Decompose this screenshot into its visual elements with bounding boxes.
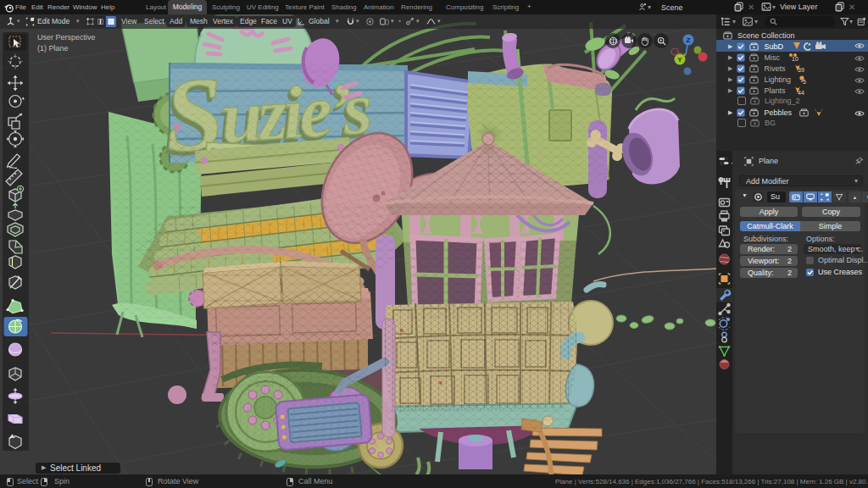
- svg-text:Y: Y: [677, 56, 682, 64]
- svg-text:5: 5: [803, 79, 806, 85]
- svg-text:10: 10: [792, 56, 798, 62]
- svg-text:Z: Z: [687, 36, 691, 44]
- svg-text:39: 39: [798, 67, 804, 73]
- svg-text:44: 44: [798, 90, 804, 96]
